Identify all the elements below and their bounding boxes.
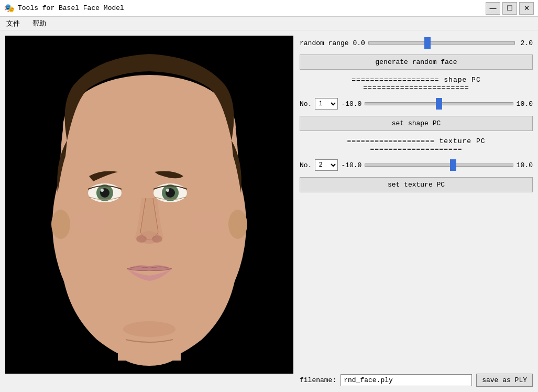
shape-pc-divider: =================== shape PC ===========… <box>300 76 533 92</box>
filename-row: filename: save as PLY <box>300 374 533 387</box>
svg-point-20 <box>189 210 225 233</box>
shape-pc-row: No. 12345 -10.0 10.0 <box>300 98 533 110</box>
spacer <box>300 197 533 369</box>
svg-point-5 <box>51 210 70 239</box>
menu-help[interactable]: 帮助 <box>30 18 48 29</box>
shape-no-label: No. <box>300 100 312 108</box>
texture-no-select[interactable]: 12345 <box>315 159 338 171</box>
texture-pc-slider[interactable] <box>365 164 513 167</box>
set-texture-pc-button[interactable]: set texture PC <box>300 177 533 192</box>
shape-slider-container <box>365 99 513 109</box>
shape-min-label: -10.0 <box>341 100 361 108</box>
app-icon: 🎭 <box>4 3 15 14</box>
save-as-ply-button[interactable]: save as PLY <box>476 374 533 387</box>
texture-max-label: 10.0 <box>517 161 533 169</box>
generate-random-face-button[interactable]: generate random face <box>300 55 533 70</box>
svg-point-18 <box>123 321 175 337</box>
svg-point-17 <box>152 235 162 243</box>
svg-point-19 <box>73 210 110 233</box>
face-viewer <box>5 36 293 374</box>
texture-no-label: No. <box>300 161 312 169</box>
svg-point-16 <box>136 235 147 243</box>
random-range-slider-container <box>368 38 515 48</box>
title-bar: 🎭 Tools for Basel Face Model — ☐ ✕ <box>0 0 538 17</box>
texture-slider-container <box>365 160 513 170</box>
shape-max-label: 10.0 <box>517 100 533 108</box>
random-range-value: 2.0 <box>518 39 533 47</box>
filename-label: filename: <box>300 376 336 384</box>
random-range-row: random range 0.0 2.0 <box>300 38 533 48</box>
main-content: random range 0.0 2.0 generate random fac… <box>0 30 538 392</box>
texture-min-label: -10.0 <box>341 161 361 169</box>
svg-point-14 <box>166 189 169 192</box>
set-shape-pc-button[interactable]: set shape PC <box>300 116 533 131</box>
svg-point-6 <box>228 210 247 239</box>
menu-bar: 文件 帮助 <box>0 17 538 30</box>
shape-pc-slider[interactable] <box>365 102 513 105</box>
random-range-label: random range 0.0 <box>300 39 365 47</box>
shape-no-select[interactable]: 12345 <box>315 98 338 110</box>
maximize-button[interactable]: ☐ <box>502 2 517 15</box>
close-button[interactable]: ✕ <box>519 2 534 15</box>
minimize-button[interactable]: — <box>486 2 500 15</box>
texture-pc-row: No. 12345 -10.0 10.0 <box>300 159 533 171</box>
filename-input[interactable] <box>341 374 472 386</box>
right-panel: random range 0.0 2.0 generate random fac… <box>300 36 533 387</box>
menu-file[interactable]: 文件 <box>4 18 22 29</box>
window-controls: — ☐ ✕ <box>486 2 534 15</box>
texture-pc-divider: =================== texture PC =========… <box>300 137 533 153</box>
app-title: Tools for Basel Face Model <box>18 4 124 12</box>
face-render <box>5 36 293 374</box>
random-range-slider[interactable] <box>368 41 515 45</box>
title-bar-left: 🎭 Tools for Basel Face Model <box>4 3 124 14</box>
svg-point-10 <box>101 189 104 192</box>
